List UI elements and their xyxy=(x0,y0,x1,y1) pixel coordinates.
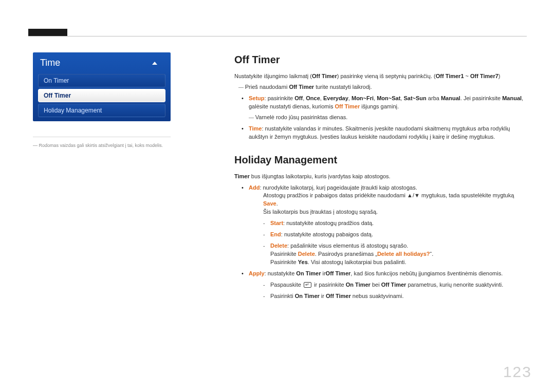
add-detail: Atostogų pradžios ir pabaigos datas prid… xyxy=(249,192,527,208)
list-item: End: nustatykite atostogų pabaigos datą. xyxy=(249,231,527,239)
menu-item-off-timer[interactable]: Off Timer xyxy=(38,89,165,102)
menu-item-holiday[interactable]: Holiday Management xyxy=(38,104,165,117)
list-item: Setup: pasirinkite Off, Once, Everyday, … xyxy=(234,95,527,122)
heading-holiday: Holiday Management xyxy=(234,153,527,167)
header-tab xyxy=(28,29,67,36)
pre-note: Prieš naudodami Off Timer turite nustaty… xyxy=(234,83,527,91)
list-item: Add: nurodykite laikotarpį, kurį pageida… xyxy=(234,184,527,267)
off-timer-list: Setup: pasirinkite Off, Once, Everyday, … xyxy=(234,95,527,141)
panel-caption: Rodomas vaizdas gali skirtis atsižvelgia… xyxy=(33,143,163,148)
panel-title: Time xyxy=(33,52,171,72)
menu-panel: Time On Timer Off Timer Holiday Manageme… xyxy=(33,52,171,121)
scroll-down-icon[interactable] xyxy=(99,123,104,126)
list-item: Pasirinkti On Timer ir Off Timer nebus s… xyxy=(249,292,527,301)
panel-separator xyxy=(33,137,171,137)
menu-item-on-timer[interactable]: On Timer xyxy=(38,74,165,87)
check-note: Varnelė rodo jūsų pasirinktas dienas. xyxy=(249,114,527,122)
delete-text: Pasirinkite Delete. Pasirodys pranešimas… xyxy=(270,250,527,258)
header-rule xyxy=(28,36,527,36)
content-column: Off Timer Nustatykite išjungimo laikmatį… xyxy=(234,52,527,304)
hm-intro: Timer bus išjungtas laikotarpiu, kuris į… xyxy=(234,173,527,181)
enter-icon xyxy=(304,282,311,288)
page-number: 123 xyxy=(503,363,532,381)
intro-text: Nustatykite išjungimo laikmatį (Off Time… xyxy=(234,72,527,81)
list-item: Delete: pašalinkite visus elementus iš a… xyxy=(249,242,527,267)
list-item: Paspauskite ir pasirinkite On Timer bei … xyxy=(249,281,527,289)
holiday-list: Add: nurodykite laikotarpį, kurį pageida… xyxy=(234,184,527,301)
list-item: Start: nustatykite atostogų pradžios dat… xyxy=(249,219,527,228)
yes-text: Pasirinkite Yes. Visi atostogų laikotarp… xyxy=(270,258,527,267)
scroll-up-icon[interactable] xyxy=(152,62,157,65)
heading-off-timer: Off Timer xyxy=(234,52,527,67)
add-detail2: Šis laikotarpis bus įtrauktas į atostogų… xyxy=(249,208,527,216)
list-item: Time: nustatykite valandas ir minutes. S… xyxy=(234,125,527,141)
list-item: Apply: nustatykite On Timer irOff Timer,… xyxy=(234,270,527,301)
